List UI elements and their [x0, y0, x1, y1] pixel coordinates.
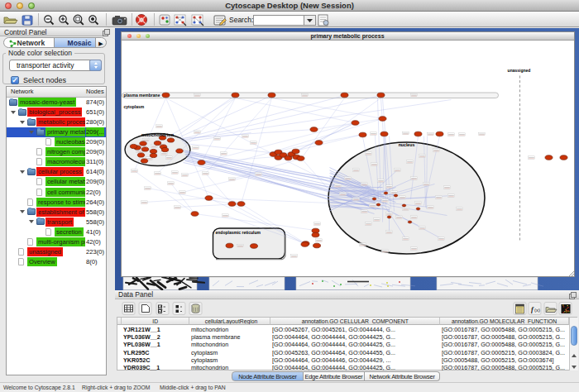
svg-text:mitochondrion: mitochondrion [141, 132, 174, 137]
svg-text:unassigned: unassigned [507, 68, 530, 73]
svg-text:nucleus: nucleus [398, 141, 414, 146]
svg-text:cytoplasm: cytoplasm [123, 103, 144, 108]
svg-text:Search:: Search: [229, 16, 253, 24]
svg-text:endoplasmic reticulum: endoplasmic reticulum [215, 229, 261, 234]
svg-text:plasma membrane: plasma membrane [123, 93, 160, 98]
svg-text:(x): (x) [534, 308, 540, 313]
